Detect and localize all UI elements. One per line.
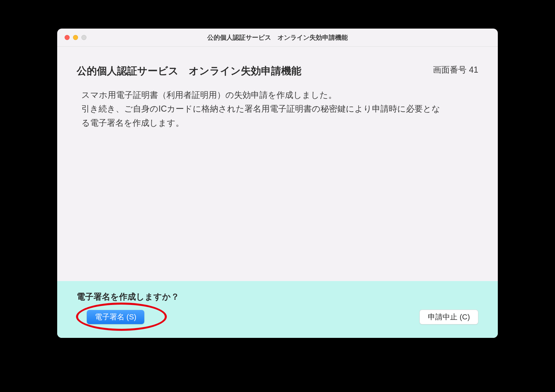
- page-heading: 公的個人認証サービス オンライン失効申請機能: [77, 64, 478, 78]
- maximize-window-button: [81, 35, 86, 40]
- content-area: 画面番号 41 公的個人認証サービス オンライン失効申請機能 スマホ用電子証明書…: [57, 47, 498, 281]
- traffic-lights: [65, 35, 86, 40]
- action-prompt: 電子署名を作成しますか？: [77, 291, 478, 302]
- button-row: 電子署名 (S) 申請中止 (C): [77, 310, 478, 324]
- window-title: 公的個人認証サービス オンライン失効申請機能: [64, 33, 491, 42]
- sign-button[interactable]: 電子署名 (S): [87, 310, 144, 324]
- footer-panel: 電子署名を作成しますか？ 電子署名 (S) 申請中止 (C): [57, 281, 498, 338]
- primary-button-wrap: 電子署名 (S): [87, 310, 144, 324]
- cancel-button[interactable]: 申請中止 (C): [419, 310, 478, 324]
- body-line-2: 引き続き、ご自身のICカードに格納された署名用電子証明書の秘密鍵により申請時に必…: [81, 102, 447, 130]
- minimize-window-button[interactable]: [73, 35, 78, 40]
- body-line-1: スマホ用電子証明書（利用者証明用）の失効申請を作成しました。: [81, 88, 447, 102]
- page-body-text: スマホ用電子証明書（利用者証明用）の失効申請を作成しました。 引き続き、ご自身の…: [77, 88, 447, 130]
- titlebar: 公的個人認証サービス オンライン失効申請機能: [57, 29, 498, 47]
- screen-number-label: 画面番号 41: [433, 64, 478, 75]
- app-window: 公的個人認証サービス オンライン失効申請機能 画面番号 41 公的個人認証サービ…: [57, 29, 498, 338]
- close-window-button[interactable]: [65, 35, 70, 40]
